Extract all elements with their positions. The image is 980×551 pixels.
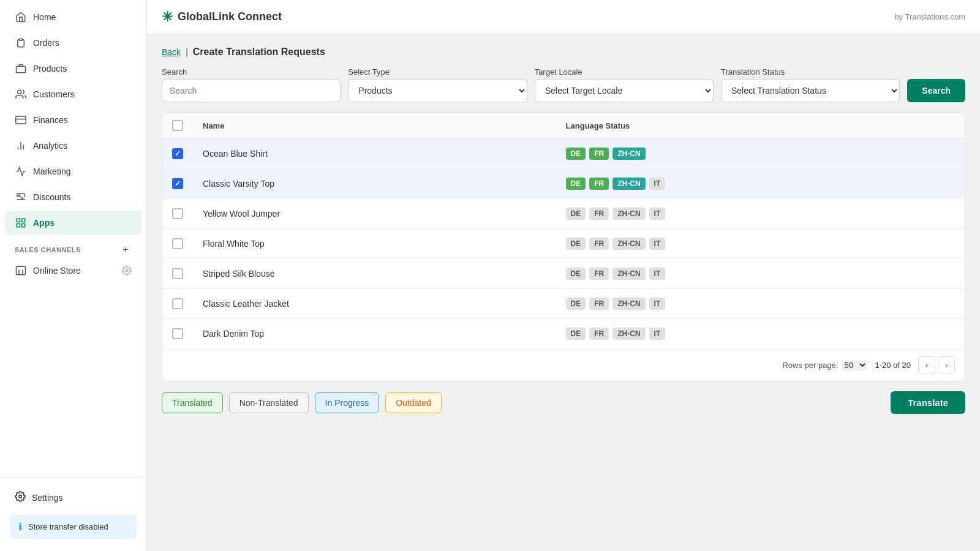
table-row: Ocean Blue Shirt DEFRZH-CN <box>162 139 965 169</box>
lang-tags: DEFRZH-CNIT <box>566 238 955 250</box>
sidebar-item-discounts[interactable]: Discounts <box>5 185 141 209</box>
online-store-label: Online Store <box>33 266 81 276</box>
legend: Translated Non-Translated In Progress Ou… <box>162 392 442 413</box>
legend-translated[interactable]: Translated <box>162 392 223 413</box>
select-all-checkbox[interactable] <box>172 120 183 131</box>
type-select[interactable]: Products Collections Pages Blog Posts <box>348 79 527 102</box>
lang-tag: FR <box>589 328 609 340</box>
page-nav: ‹ › <box>918 356 955 373</box>
lang-tags: DEFRZH-CNIT <box>566 208 955 220</box>
row-checkbox[interactable] <box>172 328 183 339</box>
search-button[interactable]: Search <box>907 79 965 102</box>
sidebar-bottom: Settings ℹ Store transfer disabled <box>0 477 146 551</box>
legend-in-progress[interactable]: In Progress <box>315 392 380 413</box>
sidebar-item-home[interactable]: Home <box>5 5 141 29</box>
sidebar-item-label: Customers <box>33 89 75 99</box>
row-checkbox-cell <box>162 289 193 319</box>
apps-icon <box>15 217 27 229</box>
sales-channels-label: SALES CHANNELS <box>15 246 81 253</box>
sidebar-item-label: Marketing <box>33 167 70 176</box>
sidebar-item-customers[interactable]: Customers <box>5 82 141 107</box>
table-header: Name Language Status <box>162 113 965 139</box>
svg-rect-3 <box>16 116 26 124</box>
row-name: Classic Varsity Top <box>193 169 556 199</box>
back-link[interactable]: Back <box>162 47 181 57</box>
lang-tag: FR <box>589 298 609 310</box>
lang-tag: ZH-CN <box>612 298 645 310</box>
locale-group: Target Locale Select Target Locale <box>535 67 714 102</box>
add-sales-channel-button[interactable]: + <box>119 244 132 256</box>
lang-tags: DEFRZH-CNIT <box>566 298 955 310</box>
bottom-bar: Translated Non-Translated In Progress Ou… <box>162 381 965 416</box>
legend-outdated[interactable]: Outdated <box>385 392 442 413</box>
row-name: Ocean Blue Shirt <box>193 139 556 169</box>
topbar: ✳ GlobalLink Connect by Translations.com <box>147 0 980 34</box>
row-checkbox-cell <box>162 199 193 229</box>
lang-tag: ZH-CN <box>612 268 645 280</box>
type-label: Select Type <box>348 67 527 77</box>
row-name: Yellow Wool Jumper <box>193 199 556 229</box>
row-checkbox-cell <box>162 169 193 199</box>
row-checkbox[interactable] <box>172 208 183 219</box>
row-checkbox[interactable] <box>172 178 183 189</box>
translate-button[interactable]: Translate <box>891 391 965 414</box>
svg-rect-13 <box>17 224 20 227</box>
breadcrumb: Back | Create Translation Requests <box>162 47 965 58</box>
info-icon: ℹ <box>18 521 22 533</box>
locale-select[interactable]: Select Target Locale <box>535 79 714 102</box>
sidebar-item-analytics[interactable]: Analytics <box>5 133 141 158</box>
next-page-button[interactable]: › <box>938 356 955 373</box>
main-content: ✳ GlobalLink Connect by Translations.com… <box>147 0 980 551</box>
brand: ✳ GlobalLink Connect <box>162 9 282 25</box>
status-select[interactable]: Select Translation Status <box>721 79 900 102</box>
home-icon <box>15 11 27 23</box>
brand-tagline: by Translations.com <box>894 12 965 21</box>
lang-tag: ZH-CN <box>612 208 645 220</box>
sidebar-item-online-store[interactable]: Online Store <box>5 258 141 283</box>
online-store-icon <box>15 264 27 277</box>
sidebar-item-finances[interactable]: Finances <box>5 108 141 132</box>
settings-label: Settings <box>32 493 63 503</box>
sidebar-item-orders[interactable]: Orders <box>5 31 141 55</box>
sidebar-item-label: Analytics <box>33 141 67 151</box>
pagination-row: Rows per page: 50 100 1-20 of 20 ‹ › <box>162 348 965 381</box>
svg-rect-0 <box>20 39 23 40</box>
row-checkbox[interactable] <box>172 238 183 249</box>
page-content: Back | Create Translation Requests Searc… <box>147 34 980 551</box>
rows-per-page-select[interactable]: 50 100 <box>842 360 867 370</box>
settings-icon <box>15 491 26 504</box>
svg-point-16 <box>19 495 22 498</box>
name-header: Name <box>193 113 556 139</box>
sidebar-item-label: Orders <box>33 38 59 48</box>
sidebar-item-products[interactable]: Products <box>5 56 141 81</box>
table-row: Classic Leather Jacket DEFRZH-CNIT <box>162 289 965 319</box>
svg-rect-11 <box>22 219 25 222</box>
row-checkbox-cell <box>162 259 193 289</box>
sidebar-item-apps[interactable]: Apps <box>5 211 141 235</box>
row-checkbox-cell <box>162 139 193 169</box>
brand-name: GlobalLink Connect <box>178 10 282 23</box>
row-checkbox-cell <box>162 319 193 349</box>
lang-tag: DE <box>566 178 586 190</box>
row-checkbox[interactable] <box>172 268 183 279</box>
svg-rect-10 <box>17 219 20 222</box>
search-input[interactable] <box>162 79 341 102</box>
lang-tags: DEFRZH-CN <box>566 148 955 160</box>
lang-tag: IT <box>649 268 666 280</box>
discounts-icon <box>15 191 27 203</box>
page-title: Create Translation Requests <box>193 47 325 58</box>
legend-non-translated[interactable]: Non-Translated <box>229 392 309 413</box>
svg-rect-14 <box>17 266 26 275</box>
lang-tag: IT <box>649 328 666 340</box>
row-checkbox[interactable] <box>172 298 183 309</box>
rows-per-page: Rows per page: 50 100 <box>782 360 867 370</box>
finances-icon <box>15 114 27 126</box>
sidebar-item-settings[interactable]: Settings <box>5 485 141 510</box>
store-transfer-banner: ℹ Store transfer disabled <box>10 515 137 539</box>
lang-tag: DE <box>566 298 586 310</box>
svg-point-8 <box>18 195 20 197</box>
row-checkbox[interactable] <box>172 148 183 159</box>
rows-per-page-label: Rows per page: <box>782 361 838 370</box>
prev-page-button[interactable]: ‹ <box>918 356 935 373</box>
sidebar-item-marketing[interactable]: Marketing <box>5 159 141 184</box>
